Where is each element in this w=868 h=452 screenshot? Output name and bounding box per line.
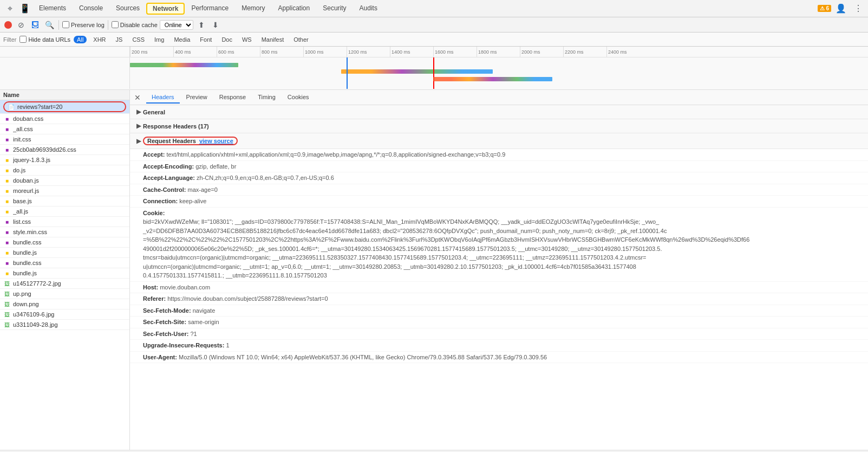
tab-sources[interactable]: Sources [109, 1, 146, 16]
img-icon: 🖼 [3, 280, 11, 287]
requests-panel: Name 📄 reviews?start=20 ■ douban.css ■ _… [0, 90, 130, 450]
css-icon: ■ [3, 135, 11, 143]
filter-manifest[interactable]: Manifest [258, 36, 288, 43]
request-filename: _all.js [13, 208, 126, 215]
headers-tab-headers[interactable]: Headers [146, 92, 180, 104]
filter-xhr[interactable]: XHR [90, 36, 109, 43]
list-item[interactable]: 🖼 u145127772-2.jpg [0, 279, 129, 289]
triangle-icon: ▶ [136, 138, 141, 145]
filter-all[interactable]: All [74, 36, 87, 43]
list-item[interactable]: ■ init.css [0, 134, 129, 145]
img-icon: 🖼 [3, 321, 11, 328]
record-button[interactable] [4, 21, 12, 29]
response-headers-section-header[interactable]: ▶ Response Headers (17) [130, 119, 868, 133]
download-icon[interactable]: ⬇ [210, 19, 221, 31]
list-item[interactable]: ■ style.min.css [0, 227, 129, 237]
search-icon[interactable]: 🔍 [43, 19, 55, 31]
list-item[interactable]: ■ bundle.css [0, 258, 129, 268]
filter-label: Filter [3, 36, 16, 43]
filter-media[interactable]: Media [171, 36, 193, 43]
headers-tab-preview[interactable]: Preview [181, 92, 213, 104]
request-filename: list.css [13, 218, 126, 225]
filter-other[interactable]: Other [290, 36, 312, 43]
preserve-log-label[interactable]: Preserve log [62, 21, 105, 28]
filter-doc[interactable]: Doc [218, 36, 236, 43]
hide-data-urls-label[interactable]: Hide data URLs [19, 36, 70, 43]
list-item[interactable]: 🖼 u3311049-28.jpg [0, 320, 129, 330]
list-item[interactable]: ■ do.js [0, 165, 129, 176]
header-name: Accept-Language: [143, 175, 197, 181]
headers-tab-response[interactable]: Response [214, 92, 252, 104]
tab-elements[interactable]: Elements [32, 1, 73, 16]
header-name: Accept: [143, 151, 166, 158]
request-filename: bundle.js [13, 249, 126, 256]
disable-cache-checkbox[interactable] [112, 21, 119, 28]
tab-console[interactable]: Console [73, 1, 109, 16]
js-icon: ■ [3, 269, 11, 277]
devtools-tabs-bar: ⌖ 📱 Elements Console Sources Network Per… [0, 0, 868, 17]
tab-audits[interactable]: Audits [353, 1, 384, 16]
ruler-2400ms: 2400 ms [606, 47, 627, 57]
list-item[interactable]: 🖼 up.png [0, 289, 129, 299]
throttle-select[interactable]: Online [160, 20, 193, 30]
header-entry: Sec-Fetch-Mode: navigate [130, 305, 868, 317]
general-section-label: General [143, 109, 165, 115]
request-filename: init.css [13, 136, 126, 143]
list-item[interactable]: ■ douban.css [0, 114, 129, 124]
header-entry: Connection: keep-alive [130, 196, 868, 208]
filter-js[interactable]: JS [113, 36, 126, 43]
list-item[interactable]: ■ base.js [0, 196, 129, 206]
header-name: Host: [143, 284, 160, 290]
request-item-selected[interactable]: 📄 reviews?start=20 [0, 100, 129, 114]
right-icons: ⚠ 6 👤 ⋮ [818, 1, 866, 16]
list-item[interactable]: ■ bundle.js [0, 268, 129, 279]
more-icon[interactable]: ⋮ [851, 1, 866, 16]
tab-application[interactable]: Application [271, 1, 316, 16]
header-name: User-Agent: [143, 354, 179, 360]
img-icon: 🖼 [3, 311, 11, 318]
filter-css[interactable]: CSS [129, 36, 148, 43]
request-filename: bundle.js [13, 270, 126, 276]
filter-icon[interactable]: ⛾ [29, 19, 41, 31]
view-source-link[interactable]: view source [199, 138, 233, 144]
disable-cache-label[interactable]: Disable cache [112, 21, 158, 28]
header-value: Mozilla/5.0 (Windows NT 10.0; Win64; x64… [179, 354, 547, 360]
tab-network[interactable]: Network [146, 3, 185, 15]
list-item[interactable]: ■ 25cb0ab96939dd26.css [0, 145, 129, 155]
cursor-icon[interactable]: ⌖ [2, 1, 17, 16]
list-item[interactable]: ■ _all.js [0, 206, 129, 217]
header-entry-cookie: Cookie: bid=2kVXwdWZeMw; ll="108301"; __… [130, 208, 868, 282]
request-filename: u145127772-2.jpg [13, 280, 126, 287]
close-panel-button[interactable]: ✕ [132, 92, 143, 103]
upload-icon[interactable]: ⬆ [195, 19, 207, 31]
headers-tab-timing[interactable]: Timing [252, 92, 281, 104]
hide-data-urls-checkbox[interactable] [19, 36, 27, 43]
headers-tabs: ✕ Headers Preview Response Timing Cookie… [130, 90, 868, 105]
list-item[interactable]: ■ jquery-1.8.3.js [0, 155, 129, 165]
list-item[interactable]: ■ douban.js [0, 176, 129, 186]
general-section-header[interactable]: ▶ General [130, 105, 868, 119]
list-item[interactable]: ■ bundle.js [0, 248, 129, 258]
header-name: Sec-Fetch-Site: [143, 319, 188, 325]
tab-security[interactable]: Security [316, 1, 353, 16]
tab-memory[interactable]: Memory [235, 1, 271, 16]
headers-tab-cookies[interactable]: Cookies [282, 92, 315, 104]
list-item[interactable]: ■ moreurl.js [0, 186, 129, 196]
request-filename: douban.js [13, 177, 126, 184]
list-item[interactable]: ■ list.css [0, 217, 129, 227]
filter-ws[interactable]: WS [239, 36, 255, 43]
preserve-log-checkbox[interactable] [62, 21, 69, 28]
stop-icon[interactable]: ⊘ [15, 19, 27, 31]
list-item[interactable]: ■ _all.css [0, 124, 129, 134]
filter-font[interactable]: Font [197, 36, 215, 43]
list-item[interactable]: 🖼 u3476109-6.jpg [0, 309, 129, 320]
header-entry: Host: movie.douban.com [130, 282, 868, 294]
list-item[interactable]: 🖼 down.png [0, 299, 129, 309]
tab-performance[interactable]: Performance [185, 1, 235, 16]
list-item[interactable]: ■ bundle.css [0, 237, 129, 248]
filter-img[interactable]: Img [151, 36, 167, 43]
header-value: movie.douban.com [160, 284, 210, 290]
request-headers-section-header[interactable]: ▶ Request Headers view source [130, 133, 868, 149]
device-icon[interactable]: 📱 [17, 1, 32, 16]
person-icon[interactable]: 👤 [833, 1, 849, 16]
